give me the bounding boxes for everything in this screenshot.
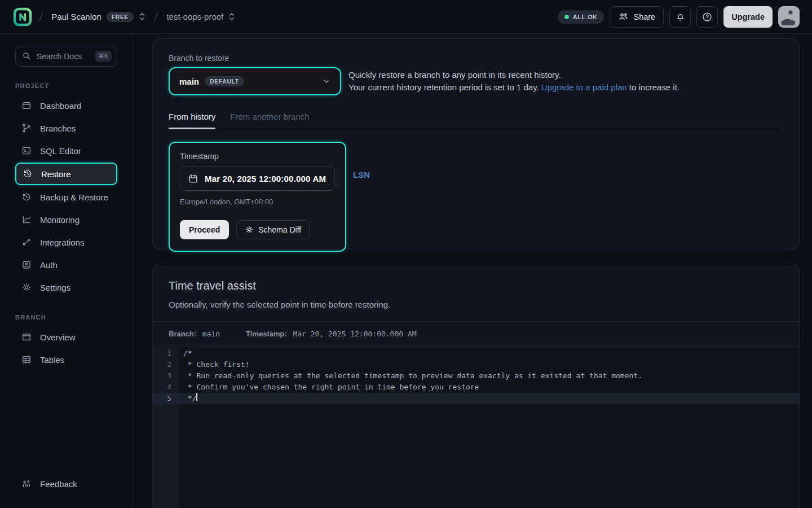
- timestamp-highlight: Timestamp Mar 20, 2025 12:00:00.000 AM E…: [169, 142, 346, 252]
- sidebar-item-restore[interactable]: Restore: [15, 163, 117, 185]
- schema-diff-label: Schema Diff: [258, 225, 301, 234]
- upgrade-label: Upgrade: [731, 12, 765, 21]
- sidebar-item-auth[interactable]: Auth: [15, 254, 117, 275]
- sidebar-item-integrations[interactable]: Integrations: [15, 231, 117, 253]
- feedback-label: Feedback: [40, 479, 77, 489]
- code-line: 1 /*: [153, 348, 799, 359]
- branch-to-restore-label: Branch to restore: [169, 54, 783, 63]
- avatar-image: [778, 6, 800, 28]
- chart-icon: [21, 214, 32, 225]
- top-bar: / Paul Scanlon FREE / test-oops-proof AL…: [0, 0, 812, 34]
- window-icon: [21, 100, 32, 111]
- help-button[interactable]: [696, 6, 718, 28]
- text-cursor: [196, 393, 197, 401]
- time-travel-context-bar: Branch: main Timestamp: Mar 20, 2025 12:…: [153, 321, 799, 347]
- line-number: 3: [153, 370, 179, 382]
- upgrade-button[interactable]: Upgrade: [723, 6, 773, 28]
- code-line-active: 5 */: [153, 393, 799, 404]
- sidebar-item-label: Restore: [41, 169, 71, 179]
- sidebar-item-tables[interactable]: Tables: [15, 349, 117, 370]
- integrations-icon: [21, 237, 32, 247]
- tab-from-another-branch[interactable]: From another branch: [230, 112, 309, 129]
- sidebar-item-sql-editor[interactable]: SQL Editor: [15, 140, 117, 161]
- status-badge[interactable]: ALL OK: [558, 10, 604, 24]
- chevron-updown-icon: [228, 12, 235, 21]
- branch-select-highlight: main DEFAULT: [169, 67, 341, 95]
- search-icon: [22, 51, 32, 61]
- line-number: 5: [153, 393, 179, 404]
- table-icon: [21, 354, 32, 365]
- people-icon: [21, 479, 32, 489]
- gear-icon: [21, 282, 32, 292]
- chevron-down-icon: [323, 77, 330, 85]
- terminal-icon: [21, 146, 32, 156]
- sidebar-item-label: Backup & Restore: [40, 192, 108, 202]
- sidebar-item-label: Auth: [40, 260, 58, 270]
- help-icon: [701, 11, 713, 23]
- project-section-label: PROJECT: [15, 82, 133, 89]
- proceed-button[interactable]: Proceed: [180, 220, 229, 239]
- search-docs-input[interactable]: Search Docs ⌘K: [15, 46, 117, 67]
- bell-icon: [675, 11, 686, 22]
- project-switcher[interactable]: test-oops-proof: [164, 8, 237, 25]
- search-shortcut: ⌘K: [95, 51, 112, 62]
- status-label: ALL OK: [573, 14, 598, 20]
- project-name: test-oops-proof: [166, 12, 223, 21]
- timestamp-input[interactable]: Mar 20, 2025 12:00:00.000 AM: [180, 166, 335, 191]
- auth-shield-icon: [21, 260, 32, 270]
- sidebar-item-branches[interactable]: Branches: [15, 117, 117, 139]
- sidebar-item-label: Overview: [40, 332, 76, 342]
- status-dot-icon: [564, 15, 569, 19]
- breadcrumb-separator: /: [38, 11, 43, 23]
- tab-from-history[interactable]: From history: [169, 112, 215, 129]
- sidebar-item-label: Settings: [40, 283, 70, 292]
- code-line: 4 * Confirm you've chosen the right poin…: [153, 382, 799, 393]
- branch-nav: Overview Tables: [0, 326, 133, 370]
- restore-description: Quickly restore a branch to any point in…: [348, 69, 679, 94]
- editor-empty-area: [153, 404, 799, 508]
- branch-section-label: BRANCH: [15, 314, 133, 321]
- time-travel-subtitle: Optionally, verify the selected point in…: [169, 300, 783, 309]
- breadcrumb-separator: /: [154, 11, 158, 23]
- share-button[interactable]: Share: [610, 6, 664, 28]
- sidebar-item-backup-restore[interactable]: Backup & Restore: [15, 186, 117, 208]
- main-content: Branch to restore main DEFAULT Quickly r…: [133, 34, 812, 508]
- sidebar-item-settings[interactable]: Settings: [15, 277, 117, 298]
- search-placeholder: Search Docs: [37, 52, 90, 61]
- tt-branch-label: Branch:: [169, 330, 196, 338]
- default-badge: DEFAULT: [205, 76, 244, 86]
- code-line: 3 * Run read-only queries at the selecte…: [153, 370, 799, 382]
- sidebar: Search Docs ⌘K PROJECT Dashboard Branche…: [0, 34, 133, 508]
- window-icon: [21, 332, 32, 342]
- line-number: 2: [153, 359, 179, 370]
- upgrade-paid-plan-link[interactable]: Upgrade to a paid plan: [541, 82, 627, 92]
- sidebar-item-dashboard[interactable]: Dashboard: [15, 95, 117, 116]
- restore-card: Branch to restore main DEFAULT Quickly r…: [152, 38, 800, 249]
- tt-branch-value: main: [202, 330, 220, 338]
- notifications-button[interactable]: [669, 6, 691, 28]
- timestamp-label: Timestamp: [180, 152, 335, 161]
- user-avatar[interactable]: [778, 6, 800, 28]
- timestamp-value: Mar 20, 2025 12:00:00.000 AM: [205, 174, 326, 183]
- feedback-button[interactable]: Feedback: [15, 473, 117, 494]
- history-icon: [23, 169, 33, 179]
- sql-code-editor[interactable]: 1 /* 2 * Check first! 3 * Run read-only …: [153, 347, 799, 508]
- branch-select[interactable]: main DEFAULT: [171, 70, 338, 93]
- org-switcher[interactable]: Paul Scanlon FREE: [49, 8, 148, 25]
- sidebar-item-label: SQL Editor: [40, 146, 81, 156]
- code-line: 2 * Check first!: [153, 359, 799, 370]
- people-icon: [618, 11, 629, 22]
- sidebar-item-monitoring[interactable]: Monitoring: [15, 209, 117, 230]
- share-label: Share: [633, 12, 655, 21]
- tt-timestamp-label: Timestamp:: [246, 330, 287, 338]
- sidebar-item-label: Integrations: [40, 238, 84, 247]
- neon-logo[interactable]: [12, 7, 33, 27]
- lsn-link[interactable]: LSN: [353, 170, 370, 179]
- schema-diff-button[interactable]: Schema Diff: [236, 220, 310, 239]
- calendar-icon: [188, 173, 198, 184]
- line-number: 1: [153, 348, 179, 359]
- branch-select-value: main: [179, 77, 199, 86]
- sidebar-item-overview[interactable]: Overview: [15, 326, 117, 348]
- tt-timestamp-value: Mar 20, 2025 12:00:00.000 AM: [293, 330, 416, 338]
- neon-logo-icon: [13, 7, 32, 27]
